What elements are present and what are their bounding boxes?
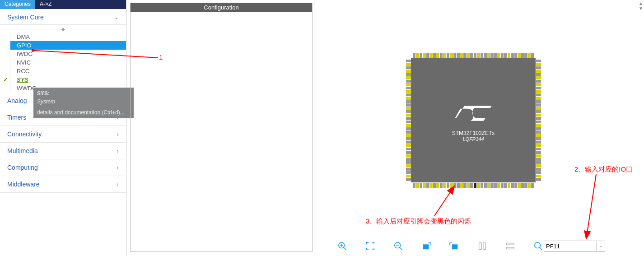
pin[interactable] [406, 171, 411, 174]
pin[interactable] [514, 183, 518, 188]
pin[interactable] [463, 183, 467, 188]
pin[interactable] [406, 107, 411, 110]
category-computing[interactable]: Computing› [0, 159, 126, 176]
pin[interactable] [536, 121, 541, 124]
sidebar-item-sys[interactable]: SYS [10, 75, 126, 84]
pin[interactable] [518, 183, 521, 188]
pin[interactable] [477, 183, 480, 188]
pin[interactable] [536, 137, 541, 140]
pin[interactable] [508, 53, 511, 58]
pin[interactable] [426, 53, 429, 58]
pin[interactable] [423, 53, 426, 58]
pin[interactable] [406, 93, 411, 97]
pin[interactable] [536, 124, 541, 127]
pin[interactable] [447, 53, 450, 58]
pin[interactable] [536, 87, 541, 90]
pin[interactable] [536, 130, 541, 134]
pin[interactable] [450, 53, 453, 58]
fit-icon[interactable] [365, 241, 376, 251]
pin[interactable] [406, 141, 411, 144]
pin[interactable] [423, 183, 426, 188]
pin[interactable] [406, 121, 411, 124]
pin[interactable] [518, 53, 521, 58]
pin[interactable] [484, 53, 487, 58]
pin[interactable] [406, 148, 411, 151]
pin[interactable] [406, 124, 411, 127]
pin[interactable] [536, 76, 541, 79]
pin[interactable] [460, 183, 463, 188]
category-system-core[interactable]: System Core ⌄ [0, 9, 126, 25]
pin[interactable] [406, 158, 411, 161]
pin[interactable] [536, 134, 541, 137]
pin[interactable] [406, 154, 411, 158]
pin[interactable] [406, 137, 411, 140]
pin[interactable] [536, 168, 541, 171]
chip-view[interactable]: STM32F103ZETx LQFP144 [406, 52, 541, 188]
pin[interactable] [536, 141, 541, 144]
pin[interactable] [497, 183, 500, 188]
pin[interactable] [536, 80, 541, 83]
pin[interactable] [453, 53, 457, 58]
scroll-indicator-icon[interactable]: ▲▼ [639, 1, 643, 11]
zoom-out-icon[interactable] [393, 241, 404, 251]
pin[interactable] [536, 158, 541, 161]
pin[interactable] [536, 60, 541, 63]
category-connectivity[interactable]: Connectivity› [0, 126, 126, 143]
pin[interactable] [406, 66, 411, 70]
pin[interactable] [406, 63, 411, 66]
search-dropdown-icon[interactable]: ⌄ [597, 241, 605, 251]
sort-caret-icon[interactable]: ◆ [0, 25, 126, 33]
pin[interactable] [536, 127, 541, 130]
pin[interactable] [536, 63, 541, 66]
pin[interactable] [457, 53, 460, 58]
pin[interactable] [531, 183, 534, 188]
pin[interactable] [528, 53, 531, 58]
pin[interactable] [406, 168, 411, 171]
pin[interactable] [536, 90, 541, 93]
pin[interactable] [406, 90, 411, 93]
pin[interactable] [528, 183, 531, 188]
pin-search-input[interactable] [544, 241, 597, 251]
pin[interactable] [406, 134, 411, 137]
pin[interactable] [536, 103, 541, 107]
pin[interactable] [536, 73, 541, 76]
pin[interactable] [536, 107, 541, 110]
rotate-right-icon[interactable] [421, 241, 432, 251]
pin[interactable] [406, 130, 411, 134]
pin[interactable] [514, 53, 518, 58]
pin[interactable] [474, 183, 477, 188]
pin[interactable] [406, 164, 411, 168]
pin[interactable] [497, 53, 500, 58]
pin[interactable] [406, 60, 411, 63]
pin[interactable] [416, 183, 419, 188]
pin[interactable] [406, 103, 411, 107]
pin[interactable] [463, 53, 467, 58]
pin[interactable] [536, 66, 541, 70]
pin[interactable] [536, 70, 541, 73]
chip-body[interactable]: STM32F103ZETx LQFP144 [411, 58, 536, 182]
pin[interactable] [474, 53, 477, 58]
pin[interactable] [406, 110, 411, 113]
pin[interactable] [524, 53, 527, 58]
pin[interactable] [481, 183, 484, 188]
search-icon[interactable] [533, 241, 544, 251]
pin[interactable] [536, 151, 541, 154]
pin[interactable] [429, 53, 433, 58]
pin[interactable] [467, 183, 470, 188]
pin[interactable] [470, 53, 473, 58]
pin[interactable] [406, 100, 411, 103]
pin[interactable] [536, 148, 541, 151]
pin[interactable] [536, 117, 541, 120]
pin[interactable] [406, 151, 411, 154]
pin[interactable] [477, 53, 480, 58]
pin[interactable] [521, 183, 524, 188]
pin[interactable] [536, 100, 541, 103]
pin[interactable] [426, 183, 429, 188]
pin[interactable] [504, 53, 507, 58]
pin[interactable] [536, 93, 541, 97]
pin[interactable] [536, 171, 541, 174]
pin[interactable] [406, 70, 411, 73]
pin[interactable] [487, 53, 490, 58]
pin[interactable] [467, 53, 470, 58]
pin[interactable] [536, 83, 541, 86]
